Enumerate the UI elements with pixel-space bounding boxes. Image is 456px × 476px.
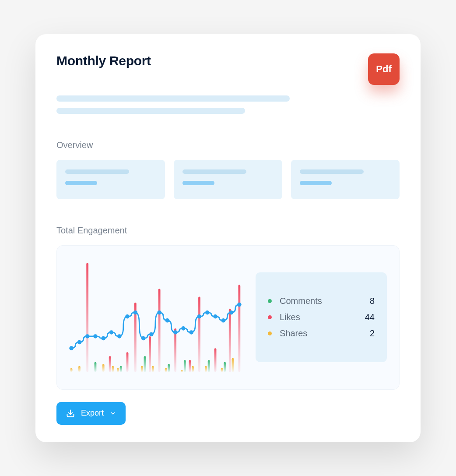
overview-label: Overview xyxy=(56,140,400,150)
svg-point-52 xyxy=(229,310,234,314)
svg-rect-7 xyxy=(117,368,119,372)
legend-item-shares: Shares 2 xyxy=(268,328,375,338)
svg-rect-29 xyxy=(229,308,231,372)
svg-point-34 xyxy=(85,334,90,338)
report-card: Monthly Report Pdf Overview Total Engage… xyxy=(35,34,421,442)
svg-point-47 xyxy=(189,330,193,335)
svg-point-50 xyxy=(213,314,217,318)
legend-dot-likes xyxy=(268,315,272,319)
svg-point-43 xyxy=(157,310,161,314)
chart-area xyxy=(67,256,243,379)
legend-value: 2 xyxy=(361,328,375,338)
engagement-label: Total Engagement xyxy=(56,226,400,236)
svg-rect-25 xyxy=(208,360,210,372)
overview-card-placeholder xyxy=(182,181,214,185)
svg-point-37 xyxy=(109,330,114,335)
svg-point-32 xyxy=(69,346,74,350)
download-icon xyxy=(66,409,75,418)
svg-point-38 xyxy=(117,334,122,338)
svg-rect-15 xyxy=(158,289,161,372)
overview-card-placeholder xyxy=(300,169,364,174)
svg-rect-8 xyxy=(120,366,122,372)
svg-point-33 xyxy=(77,340,82,344)
svg-rect-12 xyxy=(144,356,146,372)
page-title: Monthly Report xyxy=(56,53,151,68)
legend-label: Likes xyxy=(280,312,361,322)
export-button-label: Export xyxy=(81,409,104,418)
svg-point-40 xyxy=(133,310,138,314)
svg-rect-31 xyxy=(238,285,240,372)
svg-rect-17 xyxy=(168,364,170,372)
overview-row xyxy=(56,160,400,199)
engagement-chart xyxy=(67,256,243,379)
overview-card-placeholder xyxy=(182,169,246,174)
svg-rect-14 xyxy=(152,366,154,372)
svg-rect-30 xyxy=(232,358,234,372)
legend-box: Comments 8 Likes 44 Shares 2 xyxy=(256,272,387,362)
svg-rect-5 xyxy=(109,356,111,372)
description-placeholder-1 xyxy=(56,95,290,102)
svg-rect-23 xyxy=(198,296,200,372)
svg-point-41 xyxy=(141,336,146,340)
svg-rect-11 xyxy=(141,366,143,372)
legend-value: 44 xyxy=(361,312,375,322)
chart-panel: Comments 8 Likes 44 Shares 2 xyxy=(56,245,400,390)
svg-rect-16 xyxy=(165,368,167,372)
overview-card xyxy=(174,160,282,199)
svg-point-48 xyxy=(197,314,202,318)
svg-rect-0 xyxy=(70,368,73,372)
description-placeholder-2 xyxy=(56,108,245,114)
svg-rect-2 xyxy=(86,263,88,372)
svg-rect-4 xyxy=(102,364,105,372)
svg-rect-20 xyxy=(184,360,186,372)
svg-point-42 xyxy=(149,332,154,336)
overview-card xyxy=(56,160,165,199)
chevron-down-icon xyxy=(110,410,116,416)
legend-label: Shares xyxy=(280,328,361,338)
svg-rect-1 xyxy=(78,366,81,372)
svg-point-36 xyxy=(101,336,105,340)
svg-rect-26 xyxy=(214,348,217,372)
svg-rect-19 xyxy=(181,370,183,372)
svg-point-51 xyxy=(221,318,226,323)
svg-point-49 xyxy=(205,310,210,314)
svg-point-53 xyxy=(237,302,242,307)
overview-card-placeholder xyxy=(65,169,129,174)
overview-card xyxy=(291,160,400,199)
svg-rect-18 xyxy=(174,328,176,372)
svg-point-35 xyxy=(93,334,98,338)
svg-rect-3 xyxy=(95,362,97,372)
overview-card-placeholder xyxy=(65,181,97,185)
overview-card-placeholder xyxy=(300,181,332,185)
legend-label: Comments xyxy=(280,296,361,306)
svg-rect-24 xyxy=(205,366,207,372)
header-row: Monthly Report Pdf xyxy=(56,53,400,85)
legend-dot-shares xyxy=(268,331,272,335)
legend-dot-comments xyxy=(268,299,272,303)
pdf-badge[interactable]: Pdf xyxy=(368,53,400,85)
legend-value: 8 xyxy=(361,296,375,306)
svg-rect-13 xyxy=(149,336,151,371)
legend-item-comments: Comments 8 xyxy=(268,296,375,306)
svg-point-46 xyxy=(181,326,186,331)
svg-rect-28 xyxy=(224,362,226,372)
pdf-badge-label: Pdf xyxy=(376,63,391,75)
svg-rect-27 xyxy=(221,368,223,372)
svg-point-45 xyxy=(173,330,178,335)
svg-rect-9 xyxy=(126,352,129,372)
export-button[interactable]: Export xyxy=(56,402,126,425)
svg-rect-6 xyxy=(112,366,114,372)
legend-item-likes: Likes 44 xyxy=(268,312,375,322)
svg-rect-22 xyxy=(192,366,194,372)
svg-rect-21 xyxy=(189,360,191,372)
svg-point-44 xyxy=(165,318,170,323)
svg-point-39 xyxy=(125,314,130,318)
